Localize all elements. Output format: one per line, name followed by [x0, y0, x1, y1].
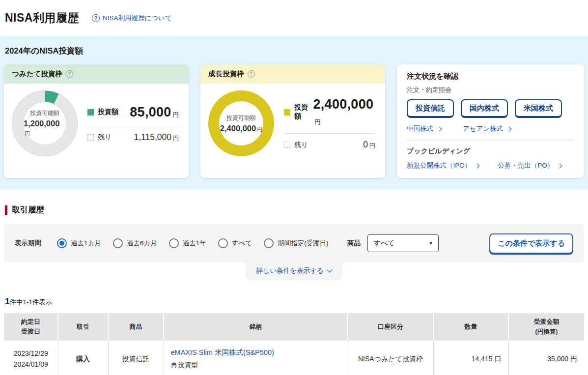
history-section-heading: 取引履歴	[5, 204, 583, 215]
chevron-right-icon	[437, 126, 442, 131]
radio-unchecked-icon	[218, 238, 228, 248]
help-icon[interactable]: ?	[248, 70, 255, 78]
investment-trust-button[interactable]: 投資信託	[407, 99, 454, 118]
fund-subtype: 再投資型	[171, 359, 341, 370]
china-stock-link[interactable]: 中国株式	[407, 124, 441, 133]
period-radio-1month[interactable]: 過去1カ月	[57, 238, 101, 248]
nisa-summary-section: 2024年のNISA投資額 つみたて投資枠 ? 投資可能額 1,200,000円	[0, 36, 588, 190]
chevron-down-icon	[327, 267, 332, 272]
invested-label: 投資額	[98, 108, 118, 116]
remaining-legend-swatch	[87, 134, 94, 141]
donut-center-value: 1,200,000	[24, 119, 59, 128]
radio-unchecked-icon	[169, 238, 179, 248]
cell-account: NISAつみたて投資枠	[348, 341, 433, 375]
yen-unit: 円	[369, 142, 375, 149]
col-header-name: 銘柄	[164, 313, 348, 341]
chevron-right-icon	[558, 163, 562, 168]
order-inquiry-label: 注文・約定照会	[407, 86, 574, 94]
page-title: NISA利用履歴	[5, 10, 79, 26]
us-stock-button[interactable]: 米国株式	[515, 99, 562, 118]
radio-unchecked-icon	[113, 238, 123, 248]
remaining-label: 残り	[294, 141, 308, 149]
radio-unchecked-icon	[264, 238, 274, 248]
period-filter-label: 表示期間	[15, 239, 41, 248]
ipo-link[interactable]: 新規公開株式（IPO）	[407, 161, 479, 170]
period-radio-6months[interactable]: 過去6カ月	[113, 238, 157, 248]
transaction-table: 約定日 受渡日 取引 商品 銘柄 口座区分 数量 受渡金額 (円換算) 2023…	[4, 313, 584, 375]
summary-heading: 2024年のNISA投資額	[5, 46, 584, 57]
chevron-right-icon	[475, 163, 480, 168]
donut-center-label: 投資可能額	[226, 114, 256, 122]
growth-quota-card: 成長投資枠 ? 投資可能額 2,400,000円 投資額 2,400,000円	[200, 64, 385, 178]
remaining-value: 1,115,000円	[134, 132, 179, 143]
asean-stock-link[interactable]: アセアン株式	[463, 124, 511, 133]
invested-value: 85,000円	[130, 105, 179, 120]
order-status-card: 注文状況を確認 注文・約定照会 投資信託 国内株式 米国株式 中国株式 アセアン…	[397, 64, 584, 178]
result-count: 1件中1-1件表示	[5, 297, 583, 307]
cell-dates: 2023/12/29 2024/01/09	[4, 341, 58, 375]
cell-quantity: 14,415 口	[433, 341, 508, 375]
history-heading-label: 取引履歴	[12, 204, 44, 215]
donut-center-value: 2,400,000	[220, 124, 256, 133]
legend-divider	[284, 133, 375, 134]
cell-fund: eMAXIS Slim 米国株式(S&P500) 再投資型	[164, 341, 348, 375]
col-header-product: 商品	[108, 313, 164, 341]
invested-legend-swatch	[284, 109, 290, 115]
po-link[interactable]: 公募・売出（PO）	[498, 161, 561, 170]
period-radio-custom[interactable]: 期間指定(受渡日)	[264, 238, 329, 248]
growth-card-title: 成長投資枠	[208, 69, 244, 79]
radio-checked-icon	[57, 238, 67, 248]
col-header-dates: 約定日 受渡日	[4, 313, 58, 341]
yen-unit: 円	[173, 111, 179, 118]
remaining-label: 残り	[98, 133, 112, 142]
heading-accent-bar	[5, 205, 7, 215]
product-select-value: すべて	[374, 239, 395, 248]
donut-center-label: 投資可能額	[30, 109, 59, 117]
invested-legend-swatch	[87, 109, 94, 115]
growth-donut-chart: 投資可能額 2,400,000円	[208, 90, 274, 156]
tsumitate-card-title: つみたて投資枠	[12, 69, 62, 79]
remaining-legend-swatch	[284, 142, 290, 148]
orders-divider	[407, 141, 574, 141]
yen-unit: 円	[314, 118, 320, 125]
history-filter-panel: 表示期間 過去1カ月 過去6カ月 過去1年 すべて 期間指定(受渡日) 商品 す…	[4, 224, 584, 262]
caret-down-icon: ▼	[429, 241, 433, 246]
about-nisa-link-label: NISA利用履歴について	[103, 14, 172, 23]
tsumitate-card-header: つみたて投資枠 ?	[4, 64, 189, 84]
page-header: NISA利用履歴 ? NISA利用履歴について	[0, 0, 588, 36]
table-header-row: 約定日 受渡日 取引 商品 銘柄 口座区分 数量 受渡金額 (円換算)	[4, 313, 584, 341]
col-header-trade: 取引	[58, 313, 108, 341]
tsumitate-donut-chart: 投資可能額 1,200,000円	[12, 90, 78, 156]
period-radio-all[interactable]: すべて	[218, 238, 252, 248]
cell-amount: 35,000 円	[508, 341, 584, 375]
period-radio-1year[interactable]: 過去1年	[169, 238, 206, 248]
invested-label: 投資額	[294, 103, 313, 121]
product-select[interactable]: すべて ▼	[367, 234, 439, 252]
detail-conditions-toggle[interactable]: 詳しい条件を表示する	[246, 262, 342, 280]
growth-card-header: 成長投資枠 ?	[200, 64, 385, 84]
help-icon[interactable]: ?	[66, 70, 73, 78]
tsumitate-quota-card: つみたて投資枠 ? 投資可能額 1,200,000円 投資額 85,000円	[4, 64, 189, 178]
bookbuilding-title: ブックビルディング	[407, 147, 574, 156]
table-row: 2023/12/29 2024/01/09 購入 投資信託 eMAXIS Sli…	[4, 341, 584, 375]
chevron-right-icon	[507, 126, 512, 131]
remaining-value: 0円	[363, 140, 375, 150]
legend-divider	[87, 126, 179, 126]
product-filter-label: 商品	[347, 239, 361, 248]
cell-product: 投資信託	[108, 341, 164, 375]
yen-unit: 円	[25, 131, 30, 137]
fund-name-link[interactable]: eMAXIS Slim 米国株式(S&P500)	[171, 347, 274, 358]
apply-filter-button[interactable]: この条件で表示する	[489, 233, 573, 254]
cell-trade-type: 購入	[58, 341, 108, 375]
col-header-account: 口座区分	[348, 313, 433, 341]
yen-unit: 円	[173, 135, 179, 142]
col-header-quantity: 数量	[433, 313, 508, 341]
help-icon: ?	[92, 14, 100, 22]
order-status-title: 注文状況を確認	[407, 72, 574, 81]
domestic-stock-button[interactable]: 国内株式	[461, 99, 508, 118]
about-nisa-link[interactable]: ? NISA利用履歴について	[92, 14, 172, 23]
yen-unit: 円	[257, 126, 262, 132]
invested-value: 2,400,000円	[313, 97, 375, 127]
col-header-amount: 受渡金額 (円換算)	[508, 313, 584, 341]
